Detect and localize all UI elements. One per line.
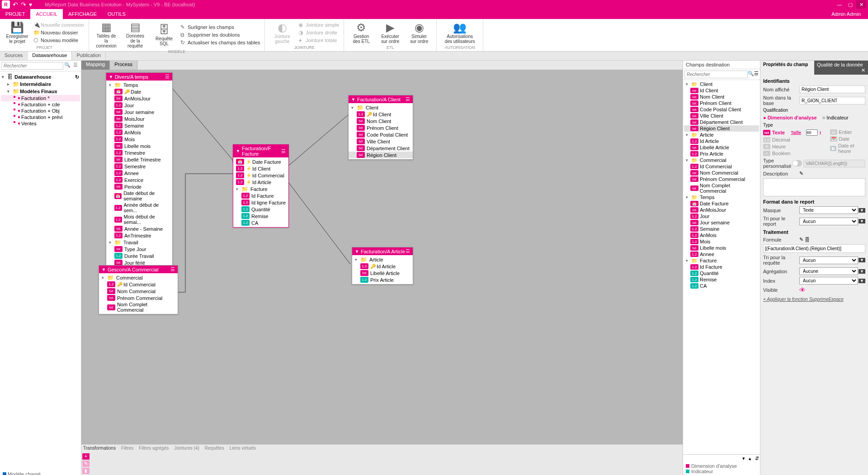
close-button[interactable]: ✕: [856, 0, 866, 9]
field-row[interactable]: 1.2Jour: [106, 102, 172, 109]
menu-icon[interactable]: ☰: [71, 62, 80, 70]
tree-model-item[interactable]: Facturation + Obj: [1, 108, 80, 114]
node-article[interactable]: ▼Facturation/A Article☰ ▾📁Article 1.2🔑Id…: [352, 247, 413, 285]
tab-mapping[interactable]: Mapping: [81, 61, 110, 70]
node-menu-icon[interactable]: ☰: [165, 74, 170, 80]
etl-button[interactable]: ⚙Gestion des ETL: [347, 20, 376, 45]
tree-model-item[interactable]: Facturation + cde: [1, 101, 80, 108]
nom-base-input[interactable]: [799, 97, 865, 104]
field-row[interactable]: 1.2CA: [233, 219, 288, 226]
field-row[interactable]: txtType Jour: [106, 246, 172, 252]
dest-field[interactable]: 1.2Mois: [684, 238, 759, 245]
dest-field[interactable]: 1.2CA: [684, 283, 759, 289]
tree-root[interactable]: ▾🗄Datawarehouse↻: [1, 73, 80, 81]
dedupe-button[interactable]: ⧉Supprimer les doublons: [179, 31, 262, 38]
join-total-button[interactable]: ●Jointure totale: [297, 37, 341, 44]
save-project-button[interactable]: 💾Enregistrer le projet: [3, 20, 32, 45]
field-row[interactable]: 1.2⚡Id Commercial: [233, 172, 288, 179]
dest-field[interactable]: txtId Client: [684, 87, 759, 94]
delete-button[interactable]: ▮: [82, 468, 90, 474]
field-row[interactable]: 📅⚡Date Facture: [233, 158, 288, 165]
tab-jointures[interactable]: Jointures (4): [174, 446, 199, 451]
canvas[interactable]: ▼Divers/A temps☰ ▾📁Temps 📅🔑DatetxtAnMois…: [81, 70, 683, 444]
field-row[interactable]: 1.2Id ligne Facture: [233, 199, 288, 206]
field-row[interactable]: 1.2🔑Id Article: [352, 263, 413, 270]
tab-proprietes[interactable]: Propriétés du champ: [760, 61, 814, 75]
tab-process[interactable]: Process: [110, 61, 137, 70]
field-row[interactable]: 1.2Prix Article: [352, 276, 413, 283]
search-icon[interactable]: 🔍: [63, 62, 71, 70]
dest-field[interactable]: txtLibelle mois: [684, 245, 759, 251]
dest-field[interactable]: 1.2Id Commercial: [684, 163, 759, 170]
field-row[interactable]: 1.2AnMois: [106, 129, 172, 136]
new-connection-button[interactable]: 🔌Nouvelle connexion: [32, 21, 86, 29]
eye-icon[interactable]: 👁: [799, 286, 806, 294]
tab-projet[interactable]: PROJET: [0, 9, 30, 19]
menu-icon[interactable]: ☰: [754, 71, 759, 78]
dest-field[interactable]: 1.2AnMois: [684, 232, 759, 238]
field-row[interactable]: 1.2AnTrimestre: [106, 232, 172, 239]
dest-field[interactable]: txtCode Postal Client: [684, 106, 759, 113]
field-row[interactable]: 1.2Mois: [106, 136, 172, 142]
field-row[interactable]: 1.2Remise: [233, 213, 288, 219]
masque-select[interactable]: Texte: [799, 206, 858, 214]
field-row[interactable]: 1.2Mois début de semai...: [106, 214, 172, 225]
tri-requete-select[interactable]: Aucun: [799, 256, 858, 264]
field-row[interactable]: 📅Date début de semaine: [106, 190, 172, 202]
tri-report-select[interactable]: Aucun: [799, 218, 858, 225]
field-row[interactable]: 1.2⚡Id Client: [233, 165, 288, 172]
dest-field[interactable]: txtNom Commercial: [684, 170, 759, 176]
field-row[interactable]: 1.2Annee: [106, 170, 172, 176]
minimize-button[interactable]: —: [835, 0, 844, 9]
field-row[interactable]: 1.2Trimestre: [106, 149, 172, 156]
field-row[interactable]: 1.2Durée Travail: [106, 252, 172, 259]
type-entier[interactable]: 12Entier: [830, 129, 865, 135]
dest-field[interactable]: 1.2Prix Article: [684, 151, 759, 157]
dest-field[interactable]: txtDépartement Client: [684, 119, 759, 125]
execute-button[interactable]: ▶Exécuter sur ordre: [376, 20, 405, 45]
join-right-button[interactable]: ◑Jointure droite: [297, 29, 341, 37]
dest-field[interactable]: 1.2Id Article: [684, 138, 759, 144]
description-box[interactable]: [763, 178, 865, 196]
sql-button[interactable]: 🗄Requête SQL: [150, 20, 179, 49]
dest-field[interactable]: txtVille Client: [684, 113, 759, 119]
field-row[interactable]: 📅🔑Date: [106, 88, 172, 95]
dest-group[interactable]: ▾📁Article: [684, 132, 759, 138]
formula-box[interactable]: [(Facturation/A Client).(Région Client)]: [763, 244, 865, 253]
supprime-espace-link[interactable]: + Appliquer la fonction SupprimeEspace: [763, 297, 844, 302]
field-row[interactable]: 1.2Id Facture: [233, 192, 288, 199]
dest-field[interactable]: txtLibellé Article: [684, 144, 759, 151]
type-heure[interactable]: ⏱Heure: [763, 144, 821, 149]
tab-accueil[interactable]: ACCUEIL: [30, 9, 63, 19]
search-icon[interactable]: 🔍: [748, 71, 754, 78]
auth-button[interactable]: 👥Autorisations des utilisateurs: [439, 20, 480, 45]
type-texte[interactable]: txtTexte Taille ⁞: [763, 129, 821, 136]
dest-search-input[interactable]: [684, 71, 748, 78]
dest-group[interactable]: ▾📁Temps: [684, 194, 759, 200]
field-row[interactable]: txtNom Complet Commercial: [99, 301, 178, 313]
add-button[interactable]: +: [82, 453, 90, 460]
agregation-select[interactable]: Aucune: [799, 267, 858, 275]
field-row[interactable]: 1.2🔑Id Commercial: [99, 281, 178, 288]
dest-field[interactable]: txtAnMoisJour: [684, 207, 759, 213]
node-facture[interactable]: ▼Facturation/F Facture☰ 📅⚡Date Facture1.…: [233, 144, 289, 228]
edit-icon[interactable]: ✎: [799, 171, 803, 176]
db-icon[interactable]: 🗄: [805, 237, 810, 242]
field-row[interactable]: txtMoisJour: [106, 115, 172, 122]
tree-modeles[interactable]: ▾📁Modèles Finaux: [1, 88, 80, 95]
new-model-button[interactable]: ⬡Nouveau modèle: [32, 37, 86, 44]
tree-intermediaire[interactable]: ▸📁Intermédiaire: [1, 81, 80, 88]
field-row[interactable]: txtVille Client: [349, 138, 413, 145]
collapse-icon[interactable]: ▾: [742, 456, 745, 461]
dest-field[interactable]: txtNom Client: [684, 94, 759, 100]
field-row[interactable]: txtLibellé Trimestre: [106, 156, 172, 163]
node-commercial[interactable]: ▼Gescom/A Commercial☰ ▾📁Commercial 1.2🔑I…: [99, 265, 178, 314]
undo-icon[interactable]: ↶: [13, 1, 18, 8]
dest-group[interactable]: ▾📁Facture: [684, 257, 759, 264]
field-row[interactable]: 1.2Semestre: [106, 163, 172, 170]
nom-affiche-input[interactable]: [799, 86, 865, 93]
type-booleen[interactable]: ✓Booléen: [763, 151, 821, 156]
data-button[interactable]: ▤Données de la requête: [121, 20, 150, 49]
join-simple-button[interactable]: ◉Jointure simple: [297, 21, 341, 29]
field-row[interactable]: txtRégion Client: [349, 152, 413, 158]
